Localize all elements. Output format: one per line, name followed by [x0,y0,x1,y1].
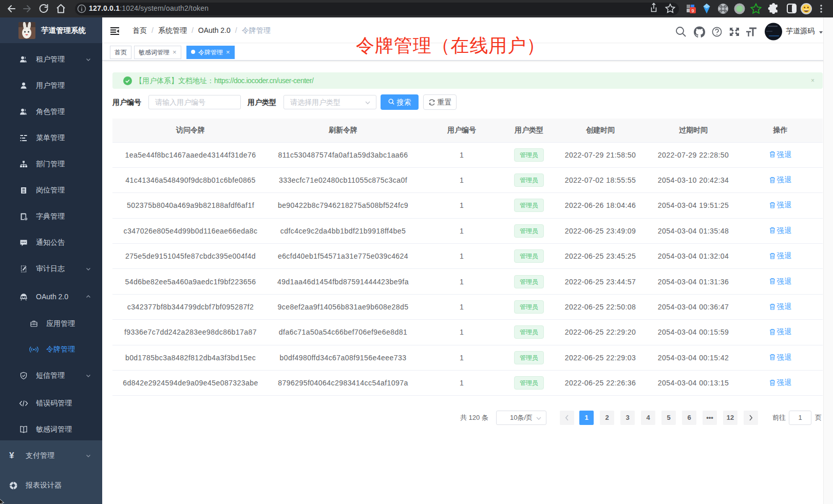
svg-text:9: 9 [691,8,694,13]
